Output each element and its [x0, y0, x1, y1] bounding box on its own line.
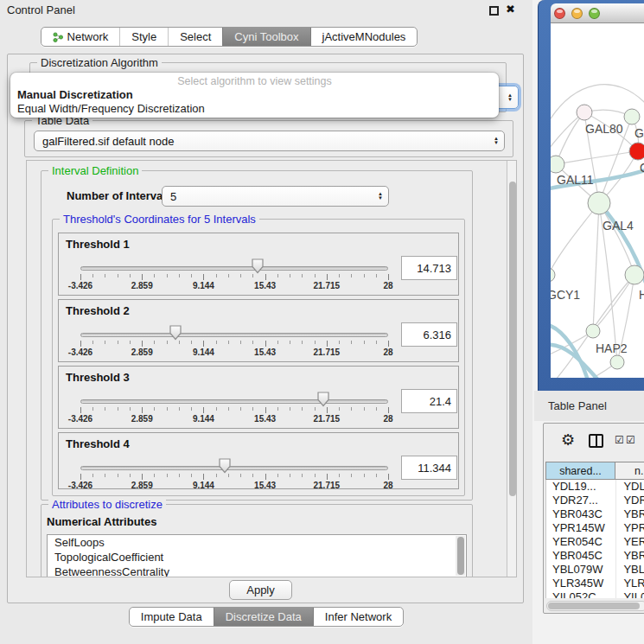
columns-icon[interactable]	[589, 434, 603, 448]
gear-icon[interactable]: ⚙	[561, 430, 575, 450]
attribute-list-item[interactable]: SelfLoops	[48, 535, 466, 550]
table-row[interactable]: YBR045CYBR0	[546, 549, 644, 563]
tab-infer-network[interactable]: Infer Network	[313, 608, 403, 626]
node-table: shared... n... YDL19...YDL1YDR27...YDR2Y…	[545, 462, 644, 598]
slider-tick	[92, 274, 93, 277]
slider-tick	[252, 474, 253, 477]
network-node[interactable]	[610, 355, 624, 369]
table-row[interactable]: YBL079WYBL0	[546, 563, 644, 577]
threshold-value-field[interactable]: 21.4	[401, 389, 457, 413]
popup-option-manual-discretization[interactable]: Manual Discretization	[15, 88, 494, 103]
apply-button[interactable]: Apply	[229, 580, 292, 600]
threshold-slider[interactable]: -3.4262.8599.14415.4321.71528	[80, 233, 388, 294]
tab-impute-data[interactable]: Impute Data	[130, 608, 214, 626]
checkbox-icon[interactable]: ☑	[626, 434, 635, 446]
tick-label: 21.715	[314, 414, 341, 424]
network-node[interactable]	[577, 105, 592, 120]
table-row[interactable]: YLR345WYLR3	[546, 577, 644, 590]
network-canvas[interactable]: GAL80GACGAL11GAL4GCY1HHAP2	[551, 23, 644, 378]
table-hscrollbar-thumb[interactable]	[548, 603, 640, 609]
attributes-group: Attributes to discretize Numerical Attri…	[41, 504, 473, 577]
list-scrollbar-thumb[interactable]	[457, 537, 464, 575]
slider-tick	[240, 407, 241, 411]
table-row[interactable]: YPR145WYPR1	[546, 521, 644, 535]
threshold-slider[interactable]: -3.4262.8599.14415.4321.71528	[80, 300, 388, 360]
close-icon[interactable]: ✖	[506, 3, 515, 16]
bottom-tab-bar: Impute Data Discretize Data Infer Networ…	[0, 607, 532, 627]
table-cell: YPR145W	[546, 521, 615, 535]
network-node-label: H	[639, 288, 644, 302]
tab-style[interactable]: Style	[119, 28, 168, 46]
tab-network[interactable]: Network	[41, 28, 120, 46]
network-window-titlebar[interactable]	[551, 3, 644, 23]
table-row[interactable]: YER054CYER0	[546, 535, 644, 549]
threshold-panel: Threshold 4 -3.4262.8599.14415.4321.7152…	[58, 432, 459, 489]
close-traffic-light[interactable]	[554, 8, 565, 19]
slider-thumb[interactable]	[316, 392, 330, 407]
slider-track[interactable]	[80, 266, 388, 271]
network-node[interactable]	[551, 156, 564, 173]
slider-tick	[302, 274, 303, 277]
network-node[interactable]	[588, 192, 610, 214]
checkbox-icon[interactable]: ☑	[615, 434, 624, 446]
threshold-value-field[interactable]: 11.344	[401, 456, 457, 480]
float-window-icon[interactable]	[489, 6, 499, 16]
table-header-row: shared... n...	[545, 462, 644, 480]
network-node[interactable]	[625, 265, 644, 284]
zoom-traffic-light[interactable]	[589, 8, 600, 19]
slider-tick	[327, 474, 328, 480]
slider-tick	[376, 407, 377, 411]
column-header-shared-name[interactable]: shared...	[545, 462, 615, 480]
popup-option-equal-width-frequency[interactable]: Equal Width/Frequency Discretization	[15, 102, 494, 117]
column-header-name[interactable]: n...	[615, 462, 644, 480]
slider-tick	[302, 341, 303, 344]
threshold-panel: Threshold 2 -3.4262.8599.14415.4321.7152…	[58, 299, 459, 362]
threshold-slider[interactable]: -3.4262.8599.14415.4321.71528	[80, 367, 388, 427]
network-node[interactable]	[624, 109, 640, 124]
attribute-list-item[interactable]: TopologicalCoefficient	[48, 550, 466, 564]
slider-track[interactable]	[80, 466, 388, 470]
slider-tick	[265, 474, 266, 480]
list-scrollbar[interactable]	[456, 536, 465, 576]
table-row[interactable]: YDL19...YDL1	[546, 480, 644, 494]
network-node[interactable]	[551, 268, 555, 282]
threshold-value-field[interactable]: 14.713	[401, 256, 457, 280]
network-node[interactable]	[586, 324, 600, 338]
slider-thumb[interactable]	[169, 325, 182, 341]
slider-tick	[216, 407, 217, 411]
table-data-group: Table Data galFiltered.sif default node …	[24, 120, 513, 157]
tab-select[interactable]: Select	[168, 28, 222, 46]
table-data-combobox[interactable]: galFiltered.sif default node ▲▼	[34, 131, 505, 151]
minimize-traffic-light[interactable]	[571, 8, 583, 19]
slider-track[interactable]	[80, 333, 388, 337]
slider-tick	[290, 407, 290, 411]
numerical-attributes-list[interactable]: SelfLoopsTopologicalCoefficientBetweenne…	[47, 534, 467, 577]
table-cell: YLR3	[615, 577, 644, 590]
tick-label: 9.144	[193, 348, 214, 357]
table-cell: YPR1	[615, 521, 644, 535]
table-horizontal-scrollbar[interactable]	[546, 601, 644, 611]
algorithm-dropdown-popup: Select algorithm to view settings Manual…	[10, 73, 499, 118]
table-row[interactable]: YIL052CYIL0	[546, 590, 644, 598]
slider-tick	[216, 474, 217, 477]
slider-tick	[376, 274, 377, 277]
number-of-intervals-combobox[interactable]: 5 ▲▼	[162, 186, 389, 207]
slider-thumb[interactable]	[218, 458, 232, 474]
attribute-list-item[interactable]: BetweennessCentrality	[48, 564, 466, 577]
settings-scrollbar-thumb[interactable]	[509, 182, 516, 496]
control-panel-titlebar: Control Panel ✖	[0, 0, 532, 21]
network-node[interactable]	[629, 143, 644, 160]
table-row[interactable]: YBR043CYBR0	[546, 507, 644, 521]
tab-cyni-toolbox[interactable]: Cyni Toolbox	[222, 28, 309, 46]
threshold-slider[interactable]: -3.4262.8599.14415.4321.71528	[80, 433, 388, 494]
settings-scrollbar[interactable]	[507, 161, 517, 577]
threshold-value-field[interactable]: 6.316	[401, 322, 457, 347]
slider-thumb[interactable]	[251, 258, 265, 274]
tab-jactivemnodules[interactable]: jActiveMNodules	[310, 28, 418, 46]
slider-track[interactable]	[80, 399, 388, 404]
slider-thumb-shape	[251, 258, 265, 274]
network-view-window[interactable]: GAL80GACGAL11GAL4GCY1HHAP2	[538, 0, 644, 391]
table-row[interactable]: YDR27...YDR2	[546, 494, 644, 507]
slider-tick	[315, 407, 316, 411]
tab-discretize-data[interactable]: Discretize Data	[214, 608, 313, 626]
